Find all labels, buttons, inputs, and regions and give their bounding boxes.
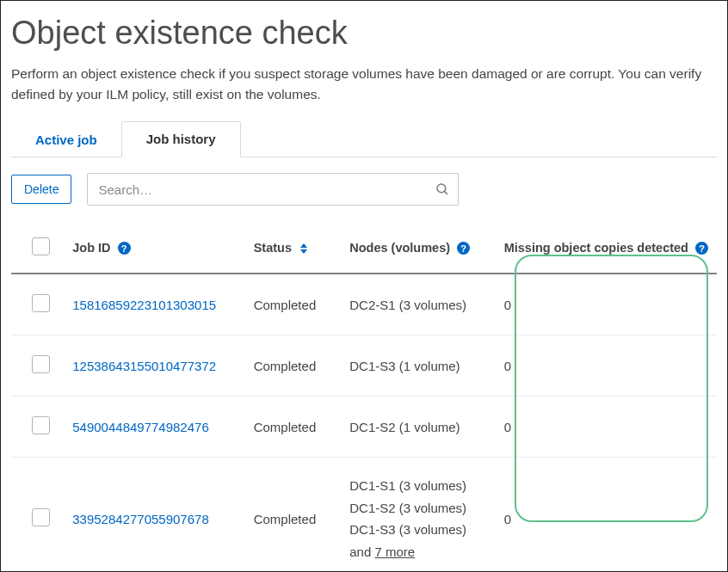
tab-bar: Active job Job history bbox=[11, 120, 717, 157]
status-cell: Completed bbox=[245, 458, 342, 572]
table-row: 15816859223101303015 Completed DC2-S1 (3… bbox=[11, 274, 717, 335]
missing-cell: 0 bbox=[496, 458, 717, 572]
sort-icon[interactable] bbox=[300, 243, 307, 254]
column-header-missing[interactable]: Missing object copies detected bbox=[504, 241, 688, 255]
select-all-checkbox[interactable] bbox=[32, 237, 50, 255]
search-input[interactable] bbox=[87, 173, 459, 206]
delete-button[interactable]: Delete bbox=[11, 175, 71, 204]
row-checkbox[interactable] bbox=[32, 508, 50, 526]
toolbar: Delete bbox=[11, 173, 717, 206]
job-id-link[interactable]: 3395284277055907678 bbox=[72, 512, 209, 526]
column-header-status[interactable]: Status bbox=[254, 241, 292, 255]
nodes-more: and 7 more bbox=[349, 541, 486, 563]
missing-cell: 0 bbox=[496, 397, 717, 458]
row-checkbox[interactable] bbox=[32, 416, 50, 434]
table-row: 5490044849774982476 Completed DC1-S2 (1 … bbox=[11, 397, 717, 458]
job-id-link[interactable]: 15816859223101303015 bbox=[72, 298, 216, 312]
search-field-wrap bbox=[87, 173, 459, 206]
row-checkbox[interactable] bbox=[32, 355, 50, 373]
missing-cell: 0 bbox=[496, 335, 717, 397]
table-row: 3395284277055907678 Completed DC1-S1 (3 … bbox=[11, 458, 717, 572]
status-cell: Completed bbox=[245, 274, 342, 335]
page-title: Object existence check bbox=[11, 15, 717, 52]
nodes-cell: DC1-S2 (1 volume) bbox=[341, 397, 495, 458]
nodes-more-link[interactable]: 7 more bbox=[374, 544, 415, 559]
help-icon[interactable]: ? bbox=[118, 242, 131, 255]
tab-active-job[interactable]: Active job bbox=[11, 123, 121, 157]
node-line: DC1-S2 (3 volumes) bbox=[349, 497, 486, 520]
job-id-link[interactable]: 5490044849774982476 bbox=[72, 420, 209, 434]
missing-cell: 0 bbox=[496, 274, 717, 335]
table-row: 12538643155010477372 Completed DC1-S3 (1… bbox=[11, 335, 717, 397]
help-icon[interactable]: ? bbox=[695, 242, 708, 255]
nodes-cell: DC1-S3 (1 volume) bbox=[341, 335, 495, 397]
row-checkbox[interactable] bbox=[32, 294, 50, 312]
tab-job-history[interactable]: Job history bbox=[121, 121, 241, 157]
status-cell: Completed bbox=[245, 397, 342, 458]
node-line: DC1-S1 (3 volumes) bbox=[349, 475, 486, 497]
column-header-job-id[interactable]: Job ID bbox=[72, 241, 110, 255]
nodes-cell: DC2-S1 (3 volumes) bbox=[341, 274, 495, 335]
status-cell: Completed bbox=[245, 335, 342, 397]
page-description: Perform an object existence check if you… bbox=[11, 64, 717, 105]
job-id-link[interactable]: 12538643155010477372 bbox=[72, 359, 216, 373]
nodes-cell: DC1-S1 (3 volumes) DC1-S2 (3 volumes) DC… bbox=[341, 458, 495, 572]
job-history-table: Job ID ? Status Nodes (volumes) ? Missin… bbox=[11, 224, 717, 572]
node-line: DC1-S3 (3 volumes) bbox=[349, 519, 486, 541]
help-icon[interactable]: ? bbox=[457, 242, 470, 255]
column-header-nodes[interactable]: Nodes (volumes) bbox=[349, 241, 450, 255]
